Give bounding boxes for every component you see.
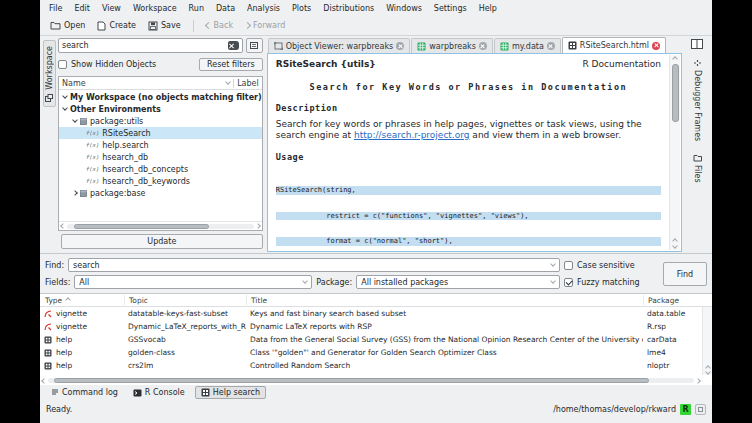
chevron-down-icon[interactable]: [72, 117, 78, 123]
tree-item-my-workspace[interactable]: My Workspace (no objects matching filter…: [59, 91, 262, 103]
files-dock-tab[interactable]: Files: [692, 151, 703, 186]
tree-item-package-utils[interactable]: package:utils: [59, 115, 262, 127]
tree-item-package-base[interactable]: package:base: [59, 187, 262, 199]
scroll-down-icon[interactable]: [705, 369, 711, 375]
fields-combobox[interactable]: All: [74, 275, 312, 289]
close-icon[interactable]: [396, 42, 404, 50]
menu-item-plots[interactable]: Plots: [286, 3, 317, 14]
package-icon: [80, 117, 87, 125]
chevron-down-icon: [550, 278, 556, 284]
search-r-project-link[interactable]: http://search.r-project.org: [354, 130, 470, 140]
scroll-up-icon[interactable]: [672, 56, 678, 62]
statusbar-right: /home/thomas/develop/rkward R: [553, 404, 706, 415]
forward-button[interactable]: Forward: [240, 19, 290, 32]
case-sensitive-checkbox[interactable]: [564, 261, 573, 270]
find-term-combobox[interactable]: search: [68, 258, 560, 272]
help-search-tab[interactable]: Help search: [195, 386, 266, 399]
tab-my-data[interactable]: my.data: [494, 38, 561, 53]
table-row[interactable]: help crs2lm Controlled Random Search nlo…: [40, 359, 712, 372]
menu-item-workspace[interactable]: Workspace: [127, 3, 183, 14]
menu-item-help[interactable]: Help: [473, 3, 503, 14]
menubar: File Edit View Workspace Run Data Analys…: [40, 0, 712, 16]
tree-horizontal-scrollbar[interactable]: [59, 221, 262, 230]
files-icon: [693, 154, 702, 162]
tree-item-hsearch-db-concepts[interactable]: f(x) hsearch_db_concepts: [59, 163, 262, 175]
tab-rsitesearch-html[interactable]: RSiteSearch.html: [562, 37, 666, 53]
results-horizontal-scrollbar[interactable]: [40, 378, 702, 383]
debugger-frames-dock-tab[interactable]: Debugger Frames: [692, 56, 703, 144]
open-button[interactable]: Open: [45, 19, 90, 32]
filter-options-button[interactable]: [246, 38, 263, 53]
workspace-search-input[interactable]: search: [58, 38, 243, 53]
tree-item-rsitesearch[interactable]: f(x) RSiteSearch: [59, 127, 262, 139]
table-row[interactable]: vignette datatable-keys-fast-subset Keys…: [40, 307, 712, 320]
chevron-down-icon[interactable]: [62, 105, 68, 111]
sort-ascending-icon: [65, 297, 71, 303]
package-combobox[interactable]: All installed packages: [356, 275, 560, 289]
label-column-header[interactable]: Label: [237, 79, 259, 88]
scroll-right-icon[interactable]: [255, 223, 261, 229]
menu-item-data[interactable]: Data: [210, 3, 241, 14]
tree-item-other-environments[interactable]: Other Environments: [59, 103, 262, 115]
scrollbar-thumb[interactable]: [672, 64, 679, 122]
show-hidden-objects-checkbox[interactable]: [58, 60, 67, 69]
package-icon: [80, 189, 87, 197]
tree-item-hsearch-db-keywords[interactable]: f(x) hsearch_db_keywords: [59, 175, 262, 187]
find-button[interactable]: Find: [663, 262, 707, 286]
scroll-down-icon[interactable]: [672, 243, 678, 249]
help-page-icon: [44, 362, 52, 370]
menu-item-view[interactable]: View: [96, 3, 127, 14]
menu-item-analysis[interactable]: Analysis: [241, 3, 286, 14]
command-log-tab[interactable]: Command log: [46, 387, 123, 398]
scrollbar-track[interactable]: [67, 224, 254, 229]
menu-item-windows[interactable]: Windows: [380, 3, 428, 14]
scrollbar-thumb[interactable]: [74, 224, 208, 229]
document-vertical-scrollbar[interactable]: [669, 55, 680, 250]
package-column-header[interactable]: Package: [643, 295, 701, 305]
scroll-left-icon[interactable]: [41, 378, 47, 384]
menu-item-run[interactable]: Run: [183, 3, 210, 14]
tree-item-help-search[interactable]: f(x) help.search: [59, 139, 262, 151]
close-icon[interactable]: [652, 42, 660, 50]
interrupt-button[interactable]: [695, 404, 706, 415]
update-button[interactable]: Update: [61, 234, 263, 249]
split-view-button[interactable]: [691, 39, 703, 49]
clear-search-icon[interactable]: [228, 41, 239, 50]
chevron-right-icon[interactable]: [72, 190, 78, 196]
results-vertical-scrollbar[interactable]: [702, 307, 712, 375]
save-button[interactable]: Save: [143, 19, 186, 33]
title-column-header[interactable]: Title: [246, 295, 643, 305]
tree-item-label: RSiteSearch: [102, 129, 150, 138]
menu-item-settings[interactable]: Settings: [428, 3, 473, 14]
topic-column-header[interactable]: Topic: [124, 295, 246, 305]
reset-filters-button[interactable]: Reset filters: [199, 58, 263, 71]
create-button[interactable]: Create: [92, 19, 141, 33]
table-row[interactable]: vignette Dynamic_LaTeX_reports_with_RSP …: [40, 320, 712, 333]
menu-item-edit[interactable]: Edit: [68, 3, 96, 14]
help-search-icon: [201, 388, 210, 397]
r-console-tab[interactable]: R Console: [128, 387, 190, 398]
scrollbar-thumb[interactable]: [54, 378, 648, 383]
tab-warpbreaks[interactable]: warpbreaks: [411, 38, 493, 53]
workspace-search-value: search: [62, 41, 228, 50]
fuzzy-matching-checkbox[interactable]: [564, 278, 573, 287]
close-icon[interactable]: [479, 42, 487, 50]
table-row[interactable]: help golden-class Class '"golden"' and G…: [40, 346, 712, 359]
help-doc-type: R Documentation: [583, 59, 662, 69]
table-row[interactable]: help GSSvocab Data from the General Soci…: [40, 333, 712, 346]
chevron-down-icon[interactable]: [62, 93, 68, 99]
type-column-header[interactable]: Type: [40, 295, 124, 305]
tree-item-hsearch-db[interactable]: f(x) hsearch_db: [59, 151, 262, 163]
menu-item-distributions[interactable]: Distributions: [317, 3, 380, 14]
close-icon[interactable]: [547, 42, 555, 50]
document-area: Object Viewer: warpbreaks warpbreaks my.…: [266, 36, 682, 253]
workspace-dock-tab[interactable]: Workspace: [43, 40, 56, 107]
tab-object-viewer-warpbreaks[interactable]: Object Viewer: warpbreaks: [268, 38, 411, 53]
scroll-left-icon[interactable]: [60, 223, 66, 229]
update-row: Update: [58, 234, 263, 250]
back-button[interactable]: Back: [201, 19, 238, 32]
scrollbar-track[interactable]: [48, 378, 694, 383]
menu-item-file[interactable]: File: [43, 3, 68, 14]
scroll-right-icon[interactable]: [695, 378, 701, 384]
name-column-header[interactable]: Name: [62, 79, 86, 88]
